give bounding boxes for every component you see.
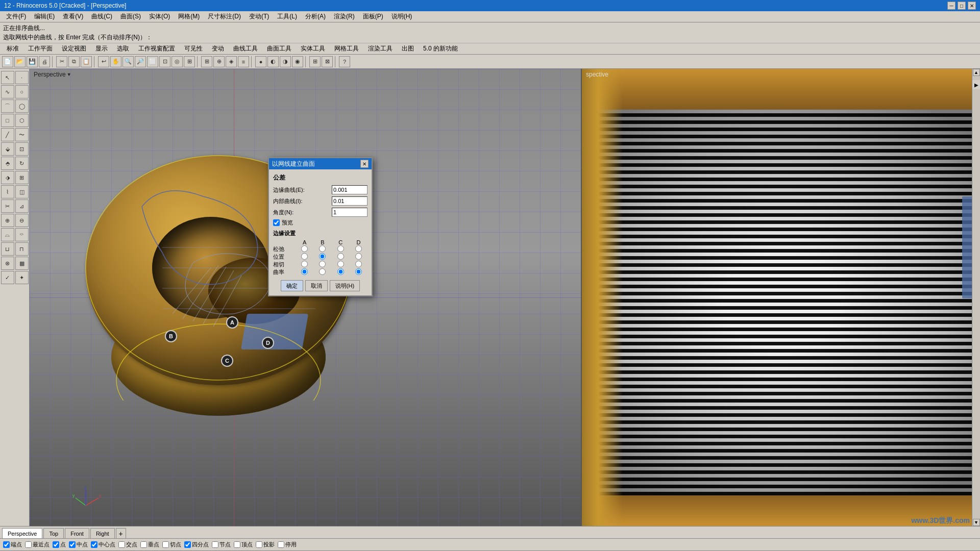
radio-relax-b[interactable] [319, 245, 326, 252]
join-tool[interactable]: ⊕ [1, 214, 14, 227]
tab-print[interactable]: 出图 [397, 43, 419, 55]
snap-endpoint-checkbox[interactable] [3, 541, 10, 548]
scroll-down[interactable]: ▼ [973, 519, 980, 526]
menu-help[interactable]: 说明(H) [387, 11, 416, 22]
radio-tan-b[interactable] [319, 261, 326, 267]
zoom-in-btn[interactable]: 🔍 [122, 56, 134, 67]
menu-dimension[interactable]: 尺寸标注(D) [204, 11, 245, 22]
curve-tool[interactable]: ∿ [1, 85, 14, 98]
snap-disable-checkbox[interactable] [278, 541, 284, 548]
radio-tan-a[interactable] [301, 261, 308, 267]
tab-transform[interactable]: 变动 [207, 43, 229, 55]
fillet-tool[interactable]: ⌓ [1, 228, 14, 241]
radio-relax-d[interactable] [355, 245, 362, 252]
radio-pos-d[interactable] [355, 253, 362, 260]
new-btn[interactable]: 📄 [2, 56, 13, 67]
tab-add[interactable]: + [116, 528, 126, 538]
angle-input[interactable] [332, 208, 368, 217]
tab-render-tools[interactable]: 渲染工具 [363, 43, 397, 55]
menu-file[interactable]: 文件(F) [2, 11, 30, 22]
select-tool[interactable]: ↖ [1, 71, 14, 84]
paste-btn[interactable]: 📋 [81, 56, 92, 67]
polygon-tool[interactable]: ⬡ [15, 114, 29, 127]
radio-relax-a[interactable] [301, 245, 308, 252]
menu-tools[interactable]: 工具(L) [273, 11, 301, 22]
tab-mesh-tools[interactable]: 网格工具 [330, 43, 363, 55]
snap-point-checkbox[interactable] [53, 541, 59, 548]
tab-curve-tools[interactable]: 曲线工具 [229, 43, 262, 55]
offset-tool[interactable]: ⊖ [15, 214, 29, 227]
sweep-tool[interactable]: ⬗ [1, 171, 14, 184]
snap-quad-checkbox[interactable] [184, 541, 191, 548]
snap-perp-checkbox[interactable] [140, 541, 147, 548]
menu-panel[interactable]: 面板(P) [359, 11, 387, 22]
menu-transform[interactable]: 变动(T) [245, 11, 273, 22]
circle-tool[interactable]: ○ [15, 85, 29, 98]
osnap-btn[interactable]: ◈ [226, 56, 237, 67]
copy-btn[interactable]: ⧉ [68, 56, 80, 67]
sphere-btn[interactable]: ● [255, 56, 266, 67]
inner-curve-input[interactable] [332, 196, 368, 206]
point-tool[interactable]: · [15, 71, 29, 84]
revolve-tool[interactable]: ↻ [15, 157, 29, 170]
tab-top[interactable]: Top [43, 528, 64, 538]
radio-cur-d[interactable] [355, 268, 362, 275]
grid-btn[interactable]: ⊞ [201, 56, 212, 67]
close-button[interactable]: ✕ [968, 2, 976, 10]
help-btn[interactable]: ? [339, 56, 350, 67]
tab-solid-tools[interactable]: 实体工具 [296, 43, 330, 55]
snap-project-checkbox[interactable] [256, 541, 262, 548]
layer-btn[interactable]: ≡ [238, 56, 249, 67]
maximize-button[interactable]: □ [958, 2, 966, 10]
mat-btn[interactable]: ◉ [292, 56, 303, 67]
snap-vertex-checkbox[interactable] [234, 541, 240, 548]
render-btn[interactable]: ◑ [280, 56, 291, 67]
cut-btn[interactable]: ✂ [56, 56, 67, 67]
radio-cur-b[interactable] [319, 268, 326, 275]
radio-pos-b[interactable] [319, 253, 326, 260]
zoom-window-btn[interactable]: ⬜ [147, 56, 158, 67]
viewport-perspective[interactable]: A B C D x y z Perspective ▼ [30, 69, 581, 526]
snap-midpoint-checkbox[interactable] [69, 541, 76, 548]
scrollbar-right[interactable]: ▲ ▼ [972, 69, 980, 526]
scroll-up[interactable]: ▲ [973, 69, 980, 76]
dialog-close-button[interactable]: ✕ [360, 160, 369, 168]
pan-btn[interactable]: ✋ [110, 56, 121, 67]
mesh2-btn[interactable]: ⊠ [322, 56, 333, 67]
mesh-display-btn[interactable]: ⊞ [309, 56, 321, 67]
tab-front[interactable]: Front [65, 528, 89, 538]
preview-label[interactable]: 预览 [282, 219, 293, 227]
dialog-ok-button[interactable]: 确定 [281, 280, 303, 291]
snap-nearest-checkbox[interactable] [25, 541, 32, 548]
bool-union[interactable]: ⊔ [1, 242, 14, 256]
extrude-tool[interactable]: ⊡ [15, 142, 29, 156]
explode-tool[interactable]: ✦ [15, 271, 29, 284]
snap-tangent-checkbox[interactable] [162, 541, 169, 548]
viewport-right[interactable]: spective ▲ ▼ [582, 69, 980, 526]
tab-select[interactable]: 选取 [112, 43, 134, 55]
menu-surface[interactable]: 曲面(S) [116, 11, 145, 22]
menu-view[interactable]: 查看(V) [59, 11, 87, 22]
undo-btn[interactable]: ↩ [98, 56, 109, 67]
dialog-help-button[interactable]: 说明(H) [330, 280, 360, 291]
zoom-sel-btn[interactable]: ◎ [172, 56, 183, 67]
radio-cur-a[interactable] [301, 268, 308, 275]
rect-tool[interactable]: □ [1, 114, 14, 127]
tab-new-features[interactable]: 5.0 的新功能 [419, 43, 462, 55]
dialog-cancel-button[interactable]: 取消 [305, 280, 328, 291]
menu-solid[interactable]: 实体(O) [145, 11, 174, 22]
tab-visibility[interactable]: 可见性 [180, 43, 207, 55]
menu-render[interactable]: 渲染(R) [330, 11, 359, 22]
bool-diff[interactable]: ⊓ [15, 242, 29, 256]
radio-tan-d[interactable] [355, 261, 362, 267]
split-tool[interactable]: ⊿ [15, 199, 29, 213]
freeform-tool[interactable]: 〜 [15, 128, 29, 141]
preview-checkbox[interactable] [273, 219, 280, 226]
minimize-button[interactable]: ─ [947, 2, 955, 10]
network-tool[interactable]: ⊞ [15, 171, 29, 184]
tab-right[interactable]: Right [90, 528, 115, 538]
tab-setview[interactable]: 设定视图 [57, 43, 91, 55]
loft-tool[interactable]: ⬘ [1, 157, 14, 170]
patch-tool[interactable]: ◫ [15, 185, 29, 198]
print-btn[interactable]: 🖨 [39, 56, 50, 67]
